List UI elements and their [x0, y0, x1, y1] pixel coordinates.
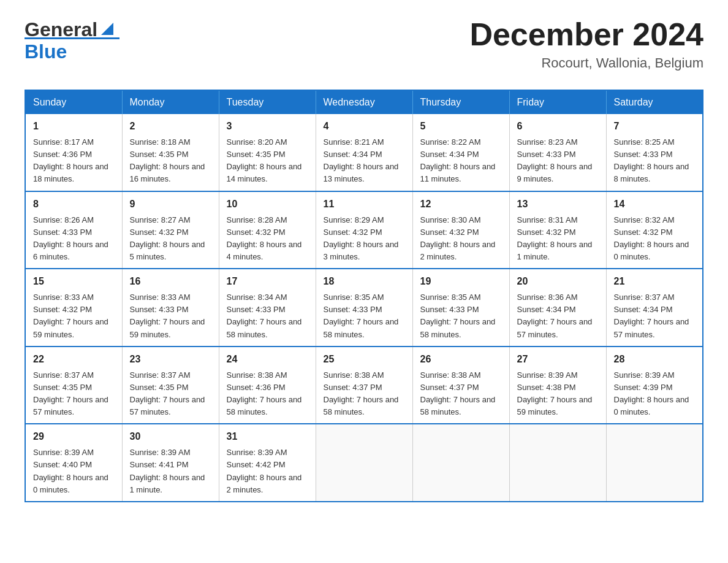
day-info: Sunrise: 8:25 AMSunset: 4:33 PMDaylight:…	[614, 136, 696, 186]
calendar-cell: 2Sunrise: 8:18 AMSunset: 4:35 PMDaylight…	[122, 114, 219, 191]
day-number: 4	[324, 119, 405, 134]
calendar-cell: 16Sunrise: 8:33 AMSunset: 4:33 PMDayligh…	[122, 269, 219, 347]
day-info: Sunrise: 8:20 AMSunset: 4:35 PMDaylight:…	[227, 136, 308, 186]
calendar-cell: 30Sunrise: 8:39 AMSunset: 4:41 PMDayligh…	[122, 424, 219, 502]
col-friday: Friday	[509, 90, 606, 114]
calendar-cell: 24Sunrise: 8:38 AMSunset: 4:36 PMDayligh…	[219, 347, 316, 424]
day-info: Sunrise: 8:30 AMSunset: 4:32 PMDaylight:…	[420, 214, 502, 264]
calendar-cell	[316, 424, 412, 502]
day-info: Sunrise: 8:39 AMSunset: 4:42 PMDaylight:…	[227, 446, 308, 496]
col-monday: Monday	[122, 90, 219, 114]
col-saturday: Saturday	[606, 90, 703, 114]
day-info: Sunrise: 8:38 AMSunset: 4:37 PMDaylight:…	[420, 369, 502, 419]
calendar-week-4: 22Sunrise: 8:37 AMSunset: 4:35 PMDayligh…	[25, 347, 703, 424]
day-info: Sunrise: 8:38 AMSunset: 4:36 PMDaylight:…	[227, 369, 308, 419]
calendar-cell: 6Sunrise: 8:23 AMSunset: 4:33 PMDaylight…	[509, 114, 606, 191]
calendar-cell: 27Sunrise: 8:39 AMSunset: 4:38 PMDayligh…	[509, 347, 606, 424]
day-number: 18	[324, 274, 405, 289]
calendar-cell: 28Sunrise: 8:39 AMSunset: 4:39 PMDayligh…	[606, 347, 703, 424]
day-info: Sunrise: 8:18 AMSunset: 4:35 PMDaylight:…	[130, 136, 211, 186]
day-number: 16	[130, 274, 211, 289]
month-title: December 2024	[469, 18, 703, 50]
calendar-cell: 9Sunrise: 8:27 AMSunset: 4:32 PMDaylight…	[122, 191, 219, 269]
day-number: 12	[420, 197, 502, 212]
day-number: 2	[130, 119, 211, 134]
calendar-cell: 12Sunrise: 8:30 AMSunset: 4:32 PMDayligh…	[412, 191, 509, 269]
day-info: Sunrise: 8:28 AMSunset: 4:32 PMDaylight:…	[227, 214, 308, 264]
day-number: 24	[227, 352, 308, 367]
title-section: December 2024 Rocourt, Wallonia, Belgium	[469, 18, 703, 71]
day-number: 9	[130, 197, 211, 212]
calendar-cell: 8Sunrise: 8:26 AMSunset: 4:33 PMDaylight…	[25, 191, 122, 269]
day-info: Sunrise: 8:37 AMSunset: 4:35 PMDaylight:…	[130, 369, 211, 419]
col-tuesday: Tuesday	[219, 90, 316, 114]
day-info: Sunrise: 8:39 AMSunset: 4:38 PMDaylight:…	[517, 369, 599, 419]
day-info: Sunrise: 8:37 AMSunset: 4:34 PMDaylight:…	[614, 291, 696, 341]
day-number: 13	[517, 197, 599, 212]
calendar-cell	[606, 424, 703, 502]
calendar-cell: 7Sunrise: 8:25 AMSunset: 4:33 PMDaylight…	[606, 114, 703, 191]
calendar-week-3: 15Sunrise: 8:33 AMSunset: 4:32 PMDayligh…	[25, 269, 703, 347]
calendar-cell: 1Sunrise: 8:17 AMSunset: 4:36 PMDaylight…	[25, 114, 122, 191]
calendar-cell: 25Sunrise: 8:38 AMSunset: 4:37 PMDayligh…	[316, 347, 412, 424]
day-number: 28	[614, 352, 696, 367]
day-number: 19	[420, 274, 502, 289]
day-info: Sunrise: 8:32 AMSunset: 4:32 PMDaylight:…	[614, 214, 696, 264]
day-number: 25	[324, 352, 405, 367]
day-number: 29	[33, 429, 115, 444]
location: Rocourt, Wallonia, Belgium	[469, 55, 703, 71]
day-number: 6	[517, 119, 599, 134]
calendar-cell	[412, 424, 509, 502]
day-number: 27	[517, 352, 599, 367]
day-info: Sunrise: 8:23 AMSunset: 4:33 PMDaylight:…	[517, 136, 599, 186]
day-number: 1	[33, 119, 115, 134]
day-info: Sunrise: 8:35 AMSunset: 4:33 PMDaylight:…	[420, 291, 502, 341]
calendar-cell: 19Sunrise: 8:35 AMSunset: 4:33 PMDayligh…	[412, 269, 509, 347]
day-number: 17	[227, 274, 308, 289]
logo-blue: Blue	[25, 40, 67, 63]
logo-triangle-icon	[99, 20, 116, 37]
logo: General Blue	[25, 18, 119, 63]
day-number: 14	[614, 197, 696, 212]
calendar-cell: 5Sunrise: 8:22 AMSunset: 4:34 PMDaylight…	[412, 114, 509, 191]
calendar-cell: 4Sunrise: 8:21 AMSunset: 4:34 PMDaylight…	[316, 114, 412, 191]
day-info: Sunrise: 8:27 AMSunset: 4:32 PMDaylight:…	[130, 214, 211, 264]
col-thursday: Thursday	[412, 90, 509, 114]
calendar-table: Sunday Monday Tuesday Wednesday Thursday…	[25, 90, 703, 502]
day-number: 21	[614, 274, 696, 289]
day-number: 15	[33, 274, 115, 289]
calendar-cell: 13Sunrise: 8:31 AMSunset: 4:32 PMDayligh…	[509, 191, 606, 269]
day-info: Sunrise: 8:33 AMSunset: 4:32 PMDaylight:…	[33, 291, 115, 341]
day-number: 23	[130, 352, 211, 367]
day-number: 31	[227, 429, 308, 444]
calendar-week-5: 29Sunrise: 8:39 AMSunset: 4:40 PMDayligh…	[25, 424, 703, 502]
day-number: 26	[420, 352, 502, 367]
day-info: Sunrise: 8:22 AMSunset: 4:34 PMDaylight:…	[420, 136, 502, 186]
calendar-cell: 3Sunrise: 8:20 AMSunset: 4:35 PMDaylight…	[219, 114, 316, 191]
day-number: 8	[33, 197, 115, 212]
day-info: Sunrise: 8:38 AMSunset: 4:37 PMDaylight:…	[324, 369, 405, 419]
calendar-week-1: 1Sunrise: 8:17 AMSunset: 4:36 PMDaylight…	[25, 114, 703, 191]
calendar-cell: 22Sunrise: 8:37 AMSunset: 4:35 PMDayligh…	[25, 347, 122, 424]
calendar-cell: 23Sunrise: 8:37 AMSunset: 4:35 PMDayligh…	[122, 347, 219, 424]
calendar-cell: 15Sunrise: 8:33 AMSunset: 4:32 PMDayligh…	[25, 269, 122, 347]
calendar-cell: 29Sunrise: 8:39 AMSunset: 4:40 PMDayligh…	[25, 424, 122, 502]
day-number: 30	[130, 429, 211, 444]
day-info: Sunrise: 8:39 AMSunset: 4:41 PMDaylight:…	[130, 446, 211, 496]
day-info: Sunrise: 8:34 AMSunset: 4:33 PMDaylight:…	[227, 291, 308, 341]
day-info: Sunrise: 8:35 AMSunset: 4:33 PMDaylight:…	[324, 291, 405, 341]
day-number: 11	[324, 197, 405, 212]
day-number: 22	[33, 352, 115, 367]
day-number: 3	[227, 119, 308, 134]
calendar-cell: 31Sunrise: 8:39 AMSunset: 4:42 PMDayligh…	[219, 424, 316, 502]
calendar-cell: 14Sunrise: 8:32 AMSunset: 4:32 PMDayligh…	[606, 191, 703, 269]
calendar-header-row: Sunday Monday Tuesday Wednesday Thursday…	[25, 90, 703, 114]
calendar-cell: 20Sunrise: 8:36 AMSunset: 4:34 PMDayligh…	[509, 269, 606, 347]
day-info: Sunrise: 8:26 AMSunset: 4:33 PMDaylight:…	[33, 214, 115, 264]
day-info: Sunrise: 8:39 AMSunset: 4:40 PMDaylight:…	[33, 446, 115, 496]
col-wednesday: Wednesday	[316, 90, 412, 114]
calendar-cell: 17Sunrise: 8:34 AMSunset: 4:33 PMDayligh…	[219, 269, 316, 347]
calendar-cell: 26Sunrise: 8:38 AMSunset: 4:37 PMDayligh…	[412, 347, 509, 424]
calendar-cell	[509, 424, 606, 502]
calendar-cell: 21Sunrise: 8:37 AMSunset: 4:34 PMDayligh…	[606, 269, 703, 347]
